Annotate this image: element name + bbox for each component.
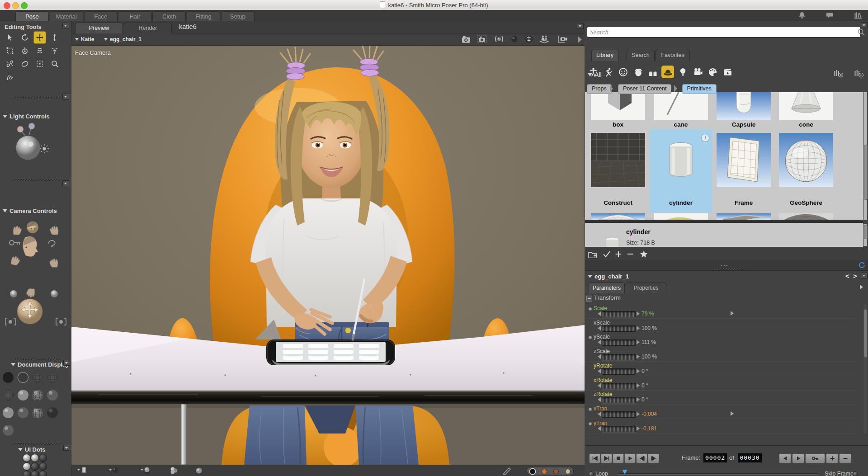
sketch-shaded-style[interactable] xyxy=(47,407,58,419)
dial-value-xtran[interactable]: -0,004 xyxy=(642,411,657,417)
library-tab-favorites[interactable]: Favorites xyxy=(656,50,690,61)
loop-label[interactable]: Loop xyxy=(595,471,608,476)
add-key-button[interactable] xyxy=(826,453,838,463)
tab-setup[interactable]: Setup xyxy=(221,11,255,21)
library-books-icon[interactable] xyxy=(854,11,863,19)
last-frame-button[interactable] xyxy=(601,453,612,463)
cartoon-style[interactable] xyxy=(47,389,58,401)
flat-lined-style[interactable] xyxy=(32,389,43,401)
background-dot-2[interactable] xyxy=(542,469,547,474)
library-item-capsule[interactable]: Capsule xyxy=(712,92,775,128)
dial-slider-track[interactable] xyxy=(602,426,636,432)
hand-pan-right-icon[interactable] xyxy=(49,258,58,268)
preview-style[interactable] xyxy=(2,424,14,436)
loop-indicator[interactable] xyxy=(589,471,594,476)
dial-decrease-arrow[interactable] xyxy=(598,369,601,373)
checkmark-icon[interactable] xyxy=(602,250,611,258)
dial-increase-arrow[interactable] xyxy=(637,311,640,316)
background-dot-4[interactable] xyxy=(565,469,571,474)
dial-value-zrotate[interactable]: 0 ° xyxy=(642,396,648,403)
dial-increase-arrow[interactable] xyxy=(637,397,640,402)
skip-frames-label[interactable]: Skip Frames xyxy=(825,471,856,476)
dial-decrease-arrow[interactable] xyxy=(598,354,601,359)
next-key-button[interactable] xyxy=(792,453,804,463)
add-folder-icon[interactable] xyxy=(588,250,597,258)
library-item-construct[interactable]: Construct xyxy=(587,129,649,212)
group-edit-tool[interactable] xyxy=(33,57,46,70)
parameters-scrollbar[interactable] xyxy=(863,305,867,433)
dial-increase-arrow[interactable] xyxy=(637,383,640,388)
dial-value-yscale[interactable]: 111 % xyxy=(642,339,656,345)
hand-down-icon[interactable] xyxy=(27,289,35,298)
silhouette-style[interactable] xyxy=(2,372,14,383)
library-item[interactable] xyxy=(712,213,775,220)
chain-break-tool[interactable] xyxy=(4,57,16,70)
actor-selector-katie[interactable]: Katie xyxy=(75,36,94,42)
splitter-handle[interactable]: ... xyxy=(721,260,729,267)
step-forward-button[interactable] xyxy=(648,453,659,463)
ui-dot-3[interactable] xyxy=(39,454,47,462)
translate-tool[interactable] xyxy=(33,31,46,44)
parameters-tab-arrow[interactable] xyxy=(860,285,863,289)
background-color-dots[interactable] xyxy=(527,467,574,475)
lit-wireframe-style[interactable] xyxy=(2,389,14,401)
multi-figure-icon[interactable] xyxy=(539,35,551,44)
3d-scene[interactable]: Face Camera xyxy=(71,46,585,465)
sphere-icon[interactable] xyxy=(194,467,205,475)
remove-library-icon[interactable] xyxy=(854,69,864,78)
category-hands[interactable] xyxy=(646,66,659,78)
sun-icon[interactable] xyxy=(40,144,49,153)
flash-camera-icon[interactable] xyxy=(476,35,488,44)
light-indicator-1[interactable] xyxy=(17,126,24,132)
category-expression[interactable] xyxy=(617,66,629,78)
focus-sphere-icon[interactable] xyxy=(494,35,505,44)
camera-dolly-icon[interactable] xyxy=(557,35,569,44)
multi-sphere-icon[interactable] xyxy=(169,467,180,475)
dial-slider-track[interactable] xyxy=(602,339,636,346)
timeline-slider[interactable] xyxy=(618,473,818,475)
translate-in-out-tool[interactable] xyxy=(48,31,61,44)
category-materials[interactable] xyxy=(706,66,719,78)
orbit-sphere-right[interactable] xyxy=(51,290,58,297)
key-camera-icon[interactable] xyxy=(9,240,20,245)
ui-dot-4[interactable] xyxy=(23,462,31,471)
figure-sphere-icon[interactable] xyxy=(524,35,535,44)
camera-controls-menu[interactable] xyxy=(62,180,69,186)
dial-value-xrotate[interactable]: 0 ° xyxy=(642,382,648,389)
dial-increase-arrow[interactable] xyxy=(637,369,640,373)
dial-slider-track[interactable] xyxy=(602,325,636,332)
play-button[interactable] xyxy=(624,453,636,463)
dial-value-yrotate[interactable]: 0 ° xyxy=(642,368,648,374)
category-scene[interactable] xyxy=(721,66,734,78)
library-tab-library[interactable]: Library xyxy=(591,50,618,61)
category-cameras[interactable] xyxy=(691,66,704,78)
search-icon[interactable] xyxy=(857,28,865,36)
shadow-sphere-dropdown-icon[interactable] xyxy=(108,467,118,475)
parameters-actor[interactable]: egg_chair_1 xyxy=(588,273,629,280)
dial-flyout-arrow[interactable] xyxy=(731,411,734,416)
category-face[interactable] xyxy=(632,66,644,78)
texture-shaded-style[interactable] xyxy=(32,407,43,419)
hidden-line-style[interactable] xyxy=(47,372,58,383)
collection-selector[interactable]: All xyxy=(588,71,602,78)
add-item-icon[interactable] xyxy=(614,250,623,258)
editing-tools-menu[interactable] xyxy=(62,23,69,28)
view-magnifier-tool[interactable] xyxy=(48,57,61,70)
taper-tool[interactable] xyxy=(48,44,61,57)
dial-increase-arrow[interactable] xyxy=(637,354,640,359)
refresh-icon[interactable] xyxy=(858,262,865,269)
head-camera-top-icon[interactable] xyxy=(27,222,38,233)
library-item-box[interactable]: box xyxy=(587,92,649,128)
rotate-camera-icon[interactable] xyxy=(49,240,55,247)
ui-dot-6[interactable] xyxy=(39,462,47,471)
dial-slider-track[interactable] xyxy=(602,354,636,360)
library-item-cylinder[interactable]: cylinderi xyxy=(650,129,712,212)
background-dot-1[interactable] xyxy=(530,469,535,474)
light-trackball[interactable] xyxy=(16,136,40,160)
dial-slider-track[interactable] xyxy=(602,397,636,403)
ui-dot-1[interactable] xyxy=(23,454,31,462)
shaded-sphere-icon[interactable] xyxy=(509,35,521,44)
bell-icon[interactable] xyxy=(797,11,807,19)
breadcrumb-poser-11-content[interactable]: Poser 11 Content xyxy=(618,84,671,94)
smooth-lined-style[interactable] xyxy=(17,407,29,419)
